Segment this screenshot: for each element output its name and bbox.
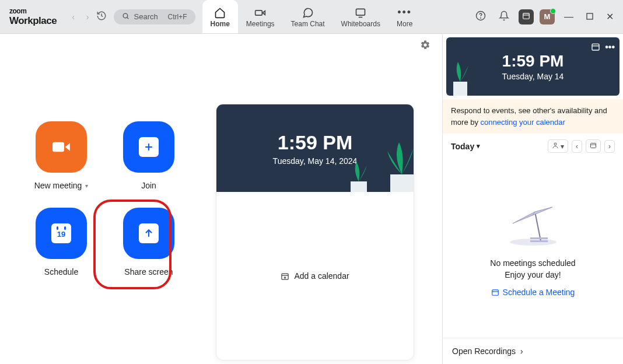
search-shortcut: Ctrl+F <box>168 13 187 21</box>
arrow-up-icon <box>139 223 159 243</box>
connect-calendar-link[interactable]: connecting your calendar <box>481 118 565 127</box>
svg-rect-17 <box>351 181 367 192</box>
more-icon: ••• <box>399 7 411 19</box>
empty-title: No meetings scheduled <box>490 258 575 268</box>
video-camera-icon <box>50 135 73 159</box>
minimize-button[interactable]: — <box>561 8 577 26</box>
prev-button[interactable]: ‹ <box>572 140 582 153</box>
search-icon <box>122 12 130 22</box>
calendar-small-icon[interactable] <box>591 42 600 54</box>
maximize-button[interactable] <box>583 8 597 26</box>
empty-state: No meetings scheduled Enjoy your day! Sc… <box>443 159 623 338</box>
share-screen-button[interactable] <box>123 208 174 259</box>
new-meeting-button[interactable] <box>36 121 87 173</box>
svg-rect-22 <box>453 82 467 96</box>
bell-icon[interactable] <box>495 7 513 27</box>
open-recordings-link[interactable]: Open Recordings › <box>443 338 623 364</box>
sidebar-time: 1:59 PM <box>502 52 564 71</box>
calendar-sidebar: ••• 1:59 PM Tuesday, May 14 Respond to e… <box>442 34 623 364</box>
card-time: 1:59 PM <box>278 131 353 154</box>
add-calendar-link[interactable]: Add a calendar <box>281 271 349 281</box>
join-button[interactable] <box>123 121 174 173</box>
plus-icon <box>139 137 159 157</box>
join-label: Join <box>141 181 156 190</box>
svg-point-7 <box>481 18 481 18</box>
svg-rect-26 <box>591 144 596 148</box>
plant-decoration-icon <box>379 139 414 192</box>
share-screen-label: Share screen <box>124 267 173 276</box>
calendar-button[interactable] <box>586 139 601 153</box>
chevron-down-icon: ▾ <box>477 142 480 150</box>
logo-zoom: zoom <box>9 7 57 15</box>
tab-whiteboards[interactable]: Whiteboards <box>333 0 388 33</box>
calendar-app-icon[interactable] <box>519 9 534 24</box>
calendar-plus-icon <box>281 272 289 281</box>
svg-rect-4 <box>356 9 365 15</box>
gear-icon[interactable] <box>420 40 430 52</box>
svg-rect-23 <box>592 44 599 50</box>
logo-workplace: Workplace <box>9 15 57 27</box>
chevron-down-icon: ▾ <box>85 183 88 189</box>
svg-rect-11 <box>52 142 64 152</box>
svg-rect-8 <box>523 13 530 18</box>
svg-line-29 <box>535 212 541 241</box>
svg-marker-3 <box>262 10 265 15</box>
tab-meetings[interactable]: Meetings <box>238 0 283 33</box>
person-filter-button[interactable]: ▾ <box>548 139 568 153</box>
search-input[interactable]: Search Ctrl+F <box>114 9 195 24</box>
chevron-right-icon: › <box>520 346 523 356</box>
svg-line-1 <box>127 17 128 19</box>
schedule-action: 19 Schedule <box>18 208 105 276</box>
tab-home[interactable]: Home <box>202 0 238 33</box>
plant-decoration-icon <box>449 61 472 96</box>
forward-button[interactable]: › <box>84 10 92 24</box>
svg-point-0 <box>123 13 128 18</box>
empty-subtitle: Enjoy your day! <box>505 270 561 279</box>
more-dots-icon[interactable]: ••• <box>605 42 615 54</box>
schedule-meeting-link[interactable]: Schedule a Meeting <box>491 288 575 297</box>
main-tabs: Home Meetings Team Chat Whiteboards ••• … <box>202 0 421 33</box>
video-icon <box>254 7 266 19</box>
close-button[interactable]: ✕ <box>603 8 617 26</box>
title-bar: zoom Workplace ‹ › Search Ctrl+F Home Me… <box>0 0 623 34</box>
search-placeholder: Search <box>134 12 158 21</box>
tab-team-chat[interactable]: Team Chat <box>283 0 333 33</box>
schedule-button[interactable]: 19 <box>36 208 87 259</box>
help-icon[interactable] <box>472 7 489 27</box>
umbrella-icon <box>507 200 559 247</box>
svg-rect-32 <box>530 237 548 239</box>
home-icon <box>214 7 226 19</box>
sidebar-hero: ••• 1:59 PM Tuesday, May 14 <box>446 37 620 96</box>
new-meeting-label[interactable]: New meeting ▾ <box>34 181 89 190</box>
time-card: 1:59 PM Tuesday, May 14, 2024 Add a cale… <box>216 104 414 360</box>
nav-arrows: ‹ › <box>69 10 91 24</box>
join-action: Join <box>105 121 192 190</box>
svg-point-25 <box>554 143 556 145</box>
history-icon[interactable] <box>96 10 107 23</box>
chat-icon <box>302 7 314 19</box>
svg-rect-34 <box>492 289 498 295</box>
svg-marker-12 <box>65 143 70 150</box>
calendar-notice: Respond to events, see other's availabil… <box>443 99 623 134</box>
next-button[interactable]: › <box>604 140 615 153</box>
new-meeting-action: New meeting ▾ <box>18 121 105 190</box>
today-dropdown[interactable]: Today ▾ <box>451 142 480 151</box>
sidebar-date: Tuesday, May 14 <box>502 72 564 81</box>
sidebar-toolbar: Today ▾ ▾ ‹ › <box>443 134 623 159</box>
window-controls: M — ✕ <box>472 7 623 27</box>
time-card-header: 1:59 PM Tuesday, May 14, 2024 <box>216 104 414 192</box>
svg-rect-33 <box>530 240 548 242</box>
share-screen-action: Share screen <box>105 208 192 276</box>
calendar-icon <box>491 288 499 296</box>
tab-more[interactable]: ••• More <box>388 0 421 33</box>
svg-rect-10 <box>587 13 593 19</box>
svg-rect-2 <box>256 10 262 15</box>
back-button[interactable]: ‹ <box>69 10 77 24</box>
svg-rect-16 <box>390 174 414 192</box>
home-panel: New meeting ▾ Join 19 <box>0 34 442 364</box>
user-avatar[interactable]: M <box>540 9 555 24</box>
calendar-icon: 19 <box>51 223 71 243</box>
schedule-label: Schedule <box>44 267 78 276</box>
app-logo: zoom Workplace <box>0 2 66 32</box>
plant-decoration-icon <box>345 160 373 192</box>
